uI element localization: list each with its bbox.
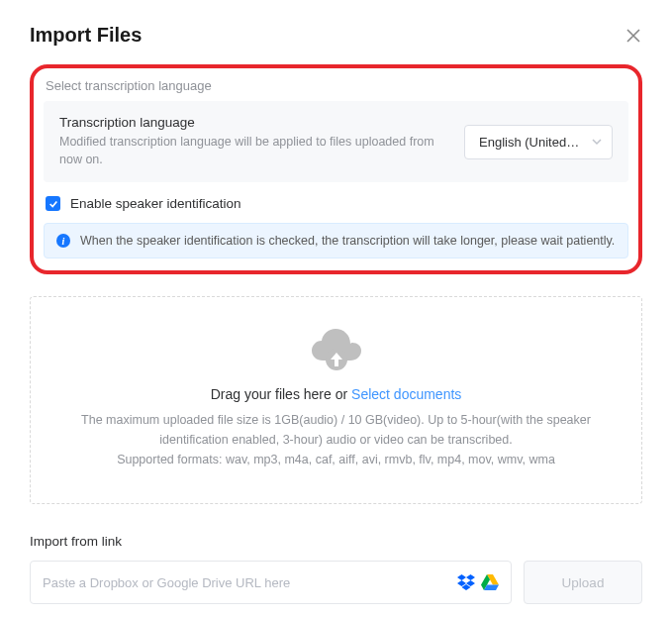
- speaker-identification-label: Enable speaker identification: [70, 196, 241, 211]
- language-select-value: English (United S...: [464, 125, 613, 159]
- dropbox-icon: [457, 574, 475, 590]
- close-icon: [626, 29, 640, 43]
- upload-button[interactable]: Upload: [524, 561, 642, 604]
- modal-title: Import Files: [30, 24, 142, 47]
- import-files-modal: Import Files Select transcription langua…: [0, 0, 672, 618]
- dropzone-heading-prefix: Drag your files here or: [211, 386, 351, 402]
- language-select[interactable]: English (United S...: [464, 125, 613, 159]
- language-subtitle: Modified transcription language will be …: [59, 134, 448, 168]
- section-label: Select transcription language: [46, 78, 628, 93]
- transcription-language-panel: Transcription language Modified transcri…: [44, 101, 628, 182]
- select-documents-link[interactable]: Select documents: [351, 386, 461, 402]
- url-input[interactable]: [43, 575, 457, 590]
- speaker-identification-checkbox[interactable]: [46, 196, 60, 211]
- cloud-upload-icon: [50, 327, 622, 370]
- info-banner: i When the speaker identification is che…: [44, 223, 628, 258]
- dropzone-heading: Drag your files here or Select documents: [50, 386, 622, 402]
- dropzone-filesize-info: The maximum uploaded file size is 1GB(au…: [50, 410, 622, 450]
- dropzone-formats-info: Supported formats: wav, mp3, m4a, caf, a…: [50, 450, 622, 469]
- google-drive-icon: [481, 574, 499, 590]
- import-from-link-label: Import from link: [30, 534, 642, 549]
- language-title: Transcription language: [59, 115, 448, 130]
- info-text: When the speaker identification is check…: [80, 234, 615, 248]
- modal-header: Import Files: [30, 24, 642, 47]
- check-icon: [48, 199, 58, 209]
- url-input-wrap: [30, 561, 512, 604]
- close-button[interactable]: [624, 27, 642, 45]
- language-settings-highlight: Select transcription language Transcript…: [30, 64, 642, 274]
- info-icon: i: [56, 234, 70, 248]
- file-dropzone[interactable]: Drag your files here or Select documents…: [30, 296, 642, 504]
- import-link-row: Upload: [30, 561, 642, 604]
- speaker-identification-row: Enable speaker identification: [46, 196, 628, 211]
